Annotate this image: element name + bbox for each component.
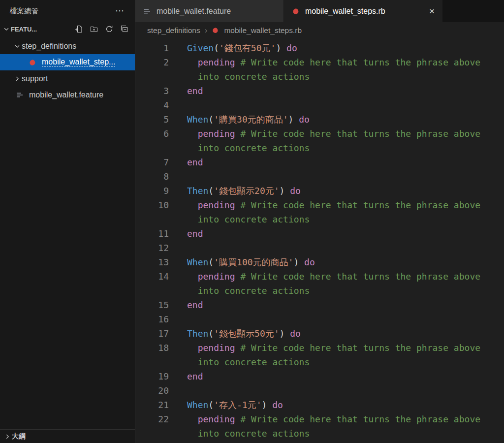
tree-item-mobile-wallet-steps[interactable]: mobile_wallet_step... <box>0 54 135 70</box>
code-row[interactable]: 9Then('錢包顯示20元') do <box>135 184 504 198</box>
line-number[interactable]: 9 <box>135 184 169 198</box>
code-line-content <box>169 169 187 184</box>
more-actions-icon[interactable]: ⋯ <box>115 5 125 16</box>
code-row[interactable]: 1Given('錢包有50元') do <box>135 41 504 55</box>
code-row[interactable]: 4 <box>135 98 504 112</box>
code-row[interactable]: into concrete actions <box>135 141 504 155</box>
tree-item-mobile-wallet-feature[interactable]: mobile_wallet.feature <box>0 87 135 103</box>
line-number[interactable]: 19 <box>135 369 169 383</box>
code-token: ) <box>276 43 281 53</box>
line-number[interactable]: 1 <box>135 41 169 55</box>
line-number[interactable]: 10 <box>135 198 169 212</box>
code-token: # Write code here that turns the phrase … <box>240 414 480 424</box>
breadcrumb-item-step-definitions[interactable]: step_definitions <box>147 26 200 35</box>
code-token <box>235 271 241 282</box>
code-token: end <box>187 157 203 167</box>
line-number[interactable]: 17 <box>135 326 169 341</box>
refresh-icon[interactable] <box>104 24 115 34</box>
line-number[interactable] <box>135 284 169 298</box>
code-token: Then <box>187 186 208 196</box>
code-row[interactable]: 15end <box>135 298 504 312</box>
code-row[interactable]: into concrete actions <box>135 69 504 84</box>
code-row[interactable]: 7end <box>135 155 504 169</box>
line-number[interactable] <box>135 69 169 84</box>
explorer-header: 檔案總管 ⋯ <box>0 0 135 22</box>
explorer-toolbar <box>73 24 130 34</box>
line-number[interactable]: 4 <box>135 98 169 112</box>
code-row[interactable]: into concrete actions <box>135 284 504 298</box>
collapse-all-icon[interactable] <box>119 24 130 34</box>
code-token <box>281 43 286 53</box>
code-row[interactable]: 23end <box>135 441 504 443</box>
line-number[interactable] <box>135 426 169 441</box>
line-number[interactable] <box>135 141 169 155</box>
code-row[interactable]: 19end <box>135 369 504 383</box>
code-row[interactable]: into concrete actions <box>135 426 504 441</box>
code-row[interactable]: 21When('存入-1元') do <box>135 398 504 412</box>
line-number[interactable]: 12 <box>135 241 169 255</box>
line-number[interactable]: 5 <box>135 112 169 127</box>
chevron-down-icon[interactable] <box>2 26 11 32</box>
code-token <box>267 400 272 410</box>
line-number[interactable]: 14 <box>135 269 169 284</box>
code-token: When <box>187 400 208 410</box>
code-row[interactable]: 18 pending # Write code here that turns … <box>135 341 504 355</box>
code-token: end <box>187 228 203 239</box>
code-token <box>187 285 198 296</box>
code-row[interactable]: 3end <box>135 84 504 98</box>
tree-item-support[interactable]: support <box>0 70 135 87</box>
line-number[interactable]: 11 <box>135 226 169 241</box>
code-row[interactable]: 17Then('錢包顯示50元') do <box>135 326 504 341</box>
code-token <box>299 257 304 267</box>
code-row[interactable]: 2 pending # Write code here that turns t… <box>135 55 504 69</box>
tree-item-step-definitions[interactable]: step_definitions <box>0 38 135 54</box>
new-folder-icon[interactable] <box>89 24 99 34</box>
line-number[interactable]: 3 <box>135 84 169 98</box>
code-token: pending <box>198 200 235 210</box>
explorer-title: 檔案總管 <box>10 6 38 16</box>
line-number[interactable]: 13 <box>135 255 169 269</box>
code-row[interactable]: 8 <box>135 169 504 184</box>
line-number[interactable]: 20 <box>135 383 169 398</box>
line-number[interactable] <box>135 212 169 226</box>
new-file-icon[interactable] <box>73 24 84 34</box>
code-line-content <box>169 241 187 255</box>
code-row[interactable]: into concrete actions <box>135 355 504 369</box>
tab-mobile-wallet-feature[interactable]: mobile_wallet.feature <box>135 0 284 22</box>
code-row[interactable]: 20 <box>135 383 504 398</box>
code-line-content: Then('錢包顯示50元') do <box>169 326 301 341</box>
line-number[interactable] <box>135 355 169 369</box>
tab-mobile-wallet-steps[interactable]: mobile_wallet_steps.rb × <box>284 0 442 22</box>
outline-section-header[interactable]: 大綱 <box>0 429 135 443</box>
code-token: # Write code here that turns the phrase … <box>240 128 480 139</box>
line-number[interactable]: 18 <box>135 341 169 355</box>
line-number[interactable]: 23 <box>135 441 169 443</box>
code-row[interactable]: 6 pending # Write code here that turns t… <box>135 127 504 141</box>
code-row[interactable]: 5When('購買30元的商品') do <box>135 112 504 127</box>
code-row[interactable]: 22 pending # Write code here that turns … <box>135 412 504 426</box>
code-line-content: When('存入-1元') do <box>169 398 283 412</box>
features-section-header[interactable]: FEATU... <box>0 22 135 36</box>
line-number[interactable]: 16 <box>135 312 169 326</box>
line-number[interactable]: 15 <box>135 298 169 312</box>
code-row[interactable]: 16 <box>135 312 504 326</box>
code-row[interactable]: into concrete actions <box>135 212 504 226</box>
code-line-content: into concrete actions <box>169 69 310 84</box>
code-token <box>187 71 198 82</box>
line-number[interactable]: 21 <box>135 398 169 412</box>
line-number[interactable]: 8 <box>135 169 169 184</box>
line-number[interactable]: 6 <box>135 127 169 141</box>
code-line-content: into concrete actions <box>169 426 310 441</box>
code-row[interactable]: 11end <box>135 226 504 241</box>
code-row[interactable]: 12 <box>135 241 504 255</box>
line-number[interactable]: 7 <box>135 155 169 169</box>
code-row[interactable]: 10 pending # Write code here that turns … <box>135 198 504 212</box>
code-editor[interactable]: 1Given('錢包有50元') do2 pending # Write cod… <box>135 38 504 443</box>
breadcrumb-item-mobile-wallet-steps[interactable]: mobile_wallet_steps.rb <box>224 26 302 35</box>
code-row[interactable]: 14 pending # Write code here that turns … <box>135 269 504 284</box>
code-line-content: pending # Write code here that turns the… <box>169 127 480 141</box>
code-row[interactable]: 13When('購買100元的商品') do <box>135 255 504 269</box>
line-number[interactable]: 2 <box>135 55 169 69</box>
line-number[interactable]: 22 <box>135 412 169 426</box>
close-icon[interactable]: × <box>429 6 435 16</box>
